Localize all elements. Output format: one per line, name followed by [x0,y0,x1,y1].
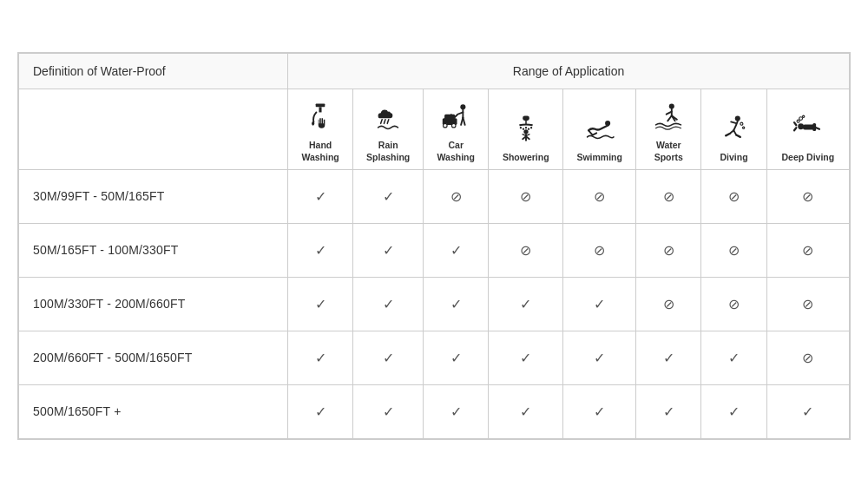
row-label: 200M/660FT - 500M/1650FT [19,331,288,384]
row-cell: ⊘ [701,277,766,331]
deep-diving-label: Deep Diving [781,152,834,164]
range-header: Range of Application [288,54,850,89]
swimming-label: Swimming [576,152,622,164]
row-label: 50M/165FT - 100M/330FT [19,223,288,277]
row-cell: ✓ [563,331,636,384]
svg-point-17 [525,127,527,128]
hand-washing-icon [300,96,340,136]
water-sports-label: WaterSports [654,140,683,163]
no-mark: ⊘ [520,243,531,258]
no-mark: ⊘ [594,243,605,258]
row-cell: ⊘ [489,223,563,277]
row-cell: ✓ [424,331,489,384]
no-mark: ⊘ [728,297,740,312]
deep-diving-icon [788,108,828,148]
svg-rect-0 [316,104,326,108]
no-mark: ⊘ [802,243,813,258]
row-cell: ⊘ [701,169,766,223]
no-mark: ⊘ [663,297,674,312]
no-mark: ⊘ [802,189,813,204]
table-row: 50M/165FT - 100M/330FT✓✓✓⊘⊘⊘⊘⊘ [19,223,850,277]
row-cell: ✓ [353,223,424,277]
check-mark: ✓ [383,243,394,258]
svg-point-20 [523,129,528,134]
row-cell: ⊘ [636,223,701,277]
row-cell: ✓ [288,169,353,223]
row-cell: ⊘ [636,277,701,331]
rain-splashing-icon [368,96,408,136]
row-cell: ⊘ [701,223,766,277]
car-washing-label: CarWashing [437,140,475,163]
row-cell: ✓ [424,277,489,331]
check-mark: ✓ [450,351,462,365]
check-mark: ✓ [450,404,462,419]
empty-header-cell [19,89,288,169]
no-mark: ⊘ [663,243,674,258]
svg-point-15 [519,127,521,128]
row-cell: ✓ [353,277,424,331]
row-cell: ✓ [701,331,766,384]
svg-rect-14 [523,116,529,121]
row-cell: ✓ [766,384,849,438]
col-car-washing: CarWashing [424,89,489,169]
row-cell: ✓ [563,384,636,438]
row-cell: ⊘ [766,331,849,384]
table-row: 30M/99FT - 50M/165FT✓✓⊘⊘⊘⊘⊘⊘ [19,169,850,223]
check-mark: ✓ [383,351,394,365]
check-mark: ✓ [450,297,462,312]
svg-point-12 [444,124,448,128]
check-mark: ✓ [383,404,394,419]
check-mark: ✓ [315,297,326,312]
swimming-icon [580,108,620,148]
svg-point-24 [740,122,742,125]
col-deep-diving: Deep Diving [766,89,849,169]
svg-point-19 [530,127,532,128]
no-mark: ⊘ [663,189,674,204]
row-cell: ✓ [636,384,701,438]
header-main-row: Definition of Water-Proof Range of Appli… [19,54,850,89]
svg-line-9 [464,118,465,125]
table-row: 200M/660FT - 500M/1650FT✓✓✓✓✓✓✓⊘ [19,331,850,384]
row-cell: ⊘ [563,223,636,277]
no-mark: ⊘ [520,189,531,204]
row-cell: ✓ [288,223,353,277]
col-rain-splashing: RainSplashing [353,89,424,169]
row-cell: ⊘ [489,169,563,223]
check-mark: ✓ [728,404,740,419]
check-mark: ✓ [383,189,394,204]
col-hand-washing: HandWashing [288,89,353,169]
row-cell: ✓ [353,169,424,223]
check-mark: ✓ [594,404,605,419]
svg-point-16 [523,128,524,130]
row-cell: ✓ [489,384,563,438]
row-cell: ✓ [288,331,353,384]
table-row: 100M/330FT - 200M/660FT✓✓✓✓✓⊘⊘⊘ [19,277,850,331]
row-cell: ✓ [424,223,489,277]
svg-line-3 [381,120,383,124]
svg-point-30 [797,120,799,122]
check-mark: ✓ [520,351,531,365]
no-mark: ⊘ [450,189,462,204]
row-label: 30M/99FT - 50M/165FT [19,169,288,223]
row-cell: ⊘ [766,169,849,223]
no-mark: ⊘ [802,297,813,312]
no-mark: ⊘ [802,351,813,365]
row-cell: ✓ [489,277,563,331]
svg-point-32 [802,115,804,117]
check-mark: ✓ [594,297,605,312]
table-row: 500M/1650FT +✓✓✓✓✓✓✓✓ [19,384,850,438]
check-mark: ✓ [315,189,326,204]
row-cell: ✓ [288,384,353,438]
check-mark: ✓ [383,297,394,312]
svg-point-18 [528,128,529,130]
row-cell: ⊘ [563,169,636,223]
svg-line-5 [387,120,389,124]
col-diving: Diving [701,89,766,169]
showering-label: Showering [503,152,549,164]
no-mark: ⊘ [728,189,740,204]
row-label: 500M/1650FT + [19,384,288,438]
row-cell: ✓ [288,277,353,331]
check-mark: ✓ [594,351,605,365]
rain-splashing-label: RainSplashing [366,140,410,163]
row-cell: ⊘ [636,169,701,223]
